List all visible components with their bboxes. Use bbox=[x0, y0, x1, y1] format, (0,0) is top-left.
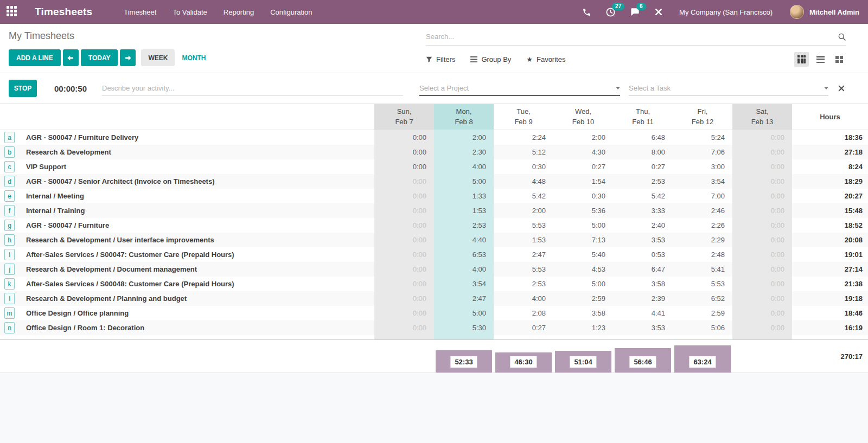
grid-cell[interactable]: 0:00 bbox=[374, 174, 434, 189]
view-switch-kanban[interactable] bbox=[832, 53, 846, 66]
view-switch-list[interactable] bbox=[813, 53, 828, 66]
grid-cell[interactable]: 0:00 bbox=[732, 306, 792, 320]
close-timer-icon[interactable] bbox=[838, 85, 845, 92]
grid-cell[interactable]: 4:00 bbox=[434, 262, 494, 277]
grid-cell[interactable]: 2:46 bbox=[673, 203, 732, 218]
grid-cell[interactable]: 8:00 bbox=[613, 145, 673, 159]
grid-cell[interactable]: 4:00 bbox=[434, 159, 494, 174]
grid-cell[interactable]: 0:00 bbox=[732, 291, 792, 306]
row-shortcut-badge-g[interactable]: g bbox=[4, 220, 15, 231]
grid-cell[interactable]: 3:58 bbox=[553, 306, 613, 320]
row-shortcut-badge-c[interactable]: c bbox=[4, 161, 15, 172]
grid-cell[interactable]: 5:00 bbox=[434, 174, 494, 189]
grid-cell[interactable]: 5:00 bbox=[434, 306, 494, 320]
grid-cell[interactable]: 0:00 bbox=[732, 218, 792, 233]
grid-cell[interactable]: 0:00 bbox=[732, 277, 792, 291]
row-shortcut-badge-k[interactable]: k bbox=[4, 278, 15, 290]
grid-cell[interactable]: 0:27 bbox=[553, 159, 613, 174]
grid-cell[interactable]: 2:39 bbox=[613, 291, 673, 306]
grid-cell[interactable]: 5:53 bbox=[673, 277, 732, 291]
grid-cell[interactable]: 1:33 bbox=[434, 189, 494, 203]
grid-cell[interactable]: 4:48 bbox=[494, 174, 553, 189]
row-shortcut-badge-b[interactable]: b bbox=[4, 146, 15, 158]
grid-cell[interactable]: 5:00 bbox=[553, 218, 613, 233]
grid-cell[interactable]: 1:53 bbox=[494, 233, 553, 247]
row-shortcut-badge-a[interactable]: a bbox=[4, 132, 15, 143]
grid-cell[interactable]: 2:53 bbox=[434, 218, 494, 233]
search-icon[interactable] bbox=[838, 33, 846, 41]
menu-timesheet[interactable]: Timesheet bbox=[124, 8, 156, 16]
grid-cell[interactable]: 2:00 bbox=[434, 130, 494, 145]
grid-cell[interactable]: 0:00 bbox=[374, 159, 434, 174]
grid-cell[interactable]: 6:48 bbox=[613, 130, 673, 145]
grid-cell[interactable]: 3:54 bbox=[434, 277, 494, 291]
grid-cell[interactable]: 2:08 bbox=[494, 306, 553, 320]
grid-cell[interactable]: 5:24 bbox=[673, 130, 732, 145]
grid-cell[interactable]: 0:27 bbox=[613, 159, 673, 174]
row-shortcut-badge-f[interactable]: f bbox=[4, 205, 15, 216]
menu-configuration[interactable]: Configuration bbox=[270, 8, 312, 16]
row-shortcut-badge-m[interactable]: m bbox=[4, 307, 15, 319]
grid-cell[interactable]: 2:26 bbox=[673, 218, 732, 233]
voip-phone-icon[interactable] bbox=[582, 8, 591, 17]
row-shortcut-badge-i[interactable]: i bbox=[4, 249, 15, 260]
grid-cell[interactable]: 2:40 bbox=[613, 218, 673, 233]
grid-cell[interactable]: 0:00 bbox=[732, 233, 792, 247]
grid-cell[interactable]: 2:53 bbox=[494, 277, 553, 291]
grid-cell[interactable]: 0:30 bbox=[494, 159, 553, 174]
grid-cell[interactable]: 4:00 bbox=[494, 291, 553, 306]
view-switch-grid[interactable] bbox=[794, 52, 809, 67]
add-a-line-button[interactable]: ADD A LINE bbox=[9, 49, 61, 66]
grid-cell[interactable]: 2:47 bbox=[434, 291, 494, 306]
grid-cell[interactable]: 5:12 bbox=[494, 145, 553, 159]
row-shortcut-badge-h[interactable]: h bbox=[4, 234, 15, 246]
filters-button[interactable]: Filters bbox=[426, 55, 455, 63]
grid-cell[interactable]: 0:00 bbox=[374, 291, 434, 306]
grid-cell[interactable]: 7:06 bbox=[673, 145, 732, 159]
grid-cell[interactable]: 0:00 bbox=[732, 320, 792, 335]
grid-cell[interactable]: 2:47 bbox=[494, 247, 553, 262]
grid-cell[interactable]: 3:33 bbox=[613, 203, 673, 218]
grid-cell[interactable]: 2:30 bbox=[434, 145, 494, 159]
grid-cell[interactable]: 2:53 bbox=[613, 174, 673, 189]
grid-cell[interactable]: 0:27 bbox=[494, 320, 553, 335]
grid-cell[interactable]: 2:24 bbox=[494, 130, 553, 145]
grid-cell[interactable]: 7:00 bbox=[673, 189, 732, 203]
grid-cell[interactable]: 5:06 bbox=[673, 320, 732, 335]
grid-cell[interactable]: 0:00 bbox=[374, 218, 434, 233]
menu-reporting[interactable]: Reporting bbox=[224, 8, 254, 16]
grid-cell[interactable]: 0:00 bbox=[374, 145, 434, 159]
grid-cell[interactable]: 0:00 bbox=[374, 262, 434, 277]
grid-cell[interactable]: 5:40 bbox=[553, 247, 613, 262]
grid-cell[interactable]: 0:00 bbox=[732, 203, 792, 218]
grid-cell[interactable]: 1:54 bbox=[553, 174, 613, 189]
grid-cell[interactable]: 0:00 bbox=[732, 247, 792, 262]
grid-cell[interactable]: 0:00 bbox=[374, 189, 434, 203]
company-switcher[interactable]: My Company (San Francisco) bbox=[679, 8, 773, 16]
grid-cell[interactable]: 5:42 bbox=[613, 189, 673, 203]
grid-cell[interactable]: 4:53 bbox=[553, 262, 613, 277]
grid-cell[interactable]: 6:47 bbox=[613, 262, 673, 277]
grid-cell[interactable]: 3:58 bbox=[613, 277, 673, 291]
activity-description-input[interactable] bbox=[102, 81, 403, 96]
grid-cell[interactable]: 0:00 bbox=[374, 233, 434, 247]
grid-cell[interactable]: 0:00 bbox=[374, 130, 434, 145]
grid-cell[interactable]: 0:00 bbox=[732, 189, 792, 203]
range-week-button[interactable]: WEEK bbox=[141, 49, 175, 66]
grid-cell[interactable]: 2:59 bbox=[553, 291, 613, 306]
range-month-button[interactable]: MONTH bbox=[175, 49, 213, 66]
grid-cell[interactable]: 3:53 bbox=[613, 320, 673, 335]
row-shortcut-badge-d[interactable]: d bbox=[4, 176, 15, 187]
grid-cell[interactable]: 0:00 bbox=[374, 320, 434, 335]
grid-cell[interactable]: 5:00 bbox=[553, 277, 613, 291]
stop-timer-button[interactable]: STOP bbox=[9, 80, 37, 97]
grid-cell[interactable]: 7:13 bbox=[553, 233, 613, 247]
favorites-button[interactable]: ★ Favorites bbox=[526, 55, 565, 63]
grid-cell[interactable]: 1:53 bbox=[434, 203, 494, 218]
grid-cell[interactable]: 0:30 bbox=[553, 189, 613, 203]
row-shortcut-badge-j[interactable]: j bbox=[4, 264, 15, 275]
today-button[interactable]: TODAY bbox=[81, 49, 118, 66]
row-shortcut-badge-e[interactable]: e bbox=[4, 190, 15, 202]
grid-cell[interactable]: 5:53 bbox=[494, 262, 553, 277]
grid-cell[interactable]: 4:41 bbox=[613, 306, 673, 320]
